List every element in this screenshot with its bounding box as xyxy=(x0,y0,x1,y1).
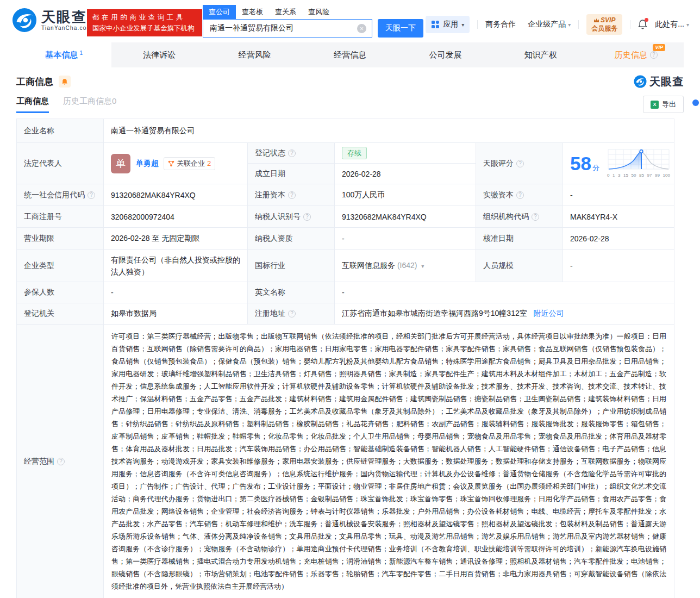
apps-menu[interactable]: 应用 ▾ xyxy=(426,16,470,33)
industry-label: 国标行业 xyxy=(248,250,335,282)
user-menu-label: 此处有... xyxy=(655,20,684,29)
grid-icon xyxy=(431,20,440,29)
status-badge: 存续 xyxy=(342,147,367,159)
approval-date-value: 2026-02-28 xyxy=(563,228,674,250)
tab-legal-label: 法律诉讼 xyxy=(143,50,176,60)
tianyancha-logo[interactable]: 天眼查 TianYanCha.com xyxy=(12,8,92,33)
help-icon[interactable]: ? xyxy=(288,310,296,317)
help-icon[interactable]: ? xyxy=(516,160,524,167)
promo-banner: 都在用的商业查询工具 国家中小企业发展子基金旗下机构 xyxy=(87,9,202,36)
nearby-companies-link[interactable]: 附近公司 xyxy=(534,309,564,317)
divider xyxy=(630,20,630,29)
logo-domain: TianYanCha.com xyxy=(41,25,92,31)
export-button[interactable]: X 导出 xyxy=(643,96,684,113)
chevron-down-icon: ▾ xyxy=(568,22,571,28)
cooperation-label: 商务合作 xyxy=(485,20,516,29)
main-content: 工商信息 天眼查 工商信息 历史工商信息0 X 导出 xyxy=(16,74,684,598)
reg-address-label: 注册地址? xyxy=(248,303,335,325)
section-title: 工商信息 xyxy=(16,76,53,88)
subtab-history-business-info[interactable]: 历史工商信息0 xyxy=(63,96,116,111)
promo-line2: 国家中小企业发展子基金旗下机构 xyxy=(92,23,197,34)
svip-service-label: 会员服务 xyxy=(591,24,617,33)
excel-icon: X xyxy=(651,101,659,109)
search-tab-relation[interactable]: 查关系 xyxy=(269,5,302,19)
taxpayer-id-label: 纳税人识别号? xyxy=(248,206,335,228)
reg-status-label: 登记状态? xyxy=(248,143,335,164)
tianyancha-logo-icon xyxy=(634,75,647,88)
credit-code-label: 统一社会信用代码? xyxy=(17,184,104,206)
chevron-down-icon: ▾ xyxy=(461,22,464,28)
subscribe-bell-button[interactable] xyxy=(59,76,71,88)
search-tab-risk[interactable]: 查风险 xyxy=(302,5,335,19)
search-input[interactable] xyxy=(203,20,372,37)
insured-value: - xyxy=(104,282,248,303)
svip-member-badge[interactable]: SVIP 会员服务 xyxy=(586,14,622,35)
biz-scope-label-text: 经营范围 xyxy=(24,457,54,466)
reg-address-text: 江苏省南通市如皋市城南街道幸福河西路9号10幢312室 xyxy=(342,309,527,317)
help-icon[interactable]: ? xyxy=(303,213,311,221)
score-curve-chart: 01 315 5085 9799 100 xyxy=(607,149,670,178)
apps-label: 应用 xyxy=(443,20,458,29)
biz-scope-label: 经营范围? xyxy=(17,325,104,598)
company-name-label: 企业名称 xyxy=(17,119,104,143)
tab-operating-info[interactable]: 经营信息 xyxy=(302,42,397,67)
legal-rep-avatar[interactable]: 单 xyxy=(111,154,130,173)
promo-line1: 都在用的商业查询工具 xyxy=(92,12,199,23)
tab-basic-info[interactable]: 基本信息 1 xyxy=(16,42,111,67)
table-row: 营业期限 2026-02-28 至 无固定期限 纳税人资质 - 核准日期 202… xyxy=(17,228,674,250)
tab-legal-proceedings[interactable]: 法律诉讼 xyxy=(111,42,207,67)
help-icon[interactable]: ? xyxy=(516,191,524,199)
notification-dot xyxy=(645,18,648,22)
tab-intellectual-property[interactable]: 知识产权 xyxy=(493,42,588,67)
chevron-down-icon: ▾ xyxy=(421,263,424,269)
help-icon[interactable]: ? xyxy=(88,191,95,199)
score-cell: 58 分 xyxy=(563,143,674,184)
enterprise-label: 企业级产品 xyxy=(528,20,566,29)
industry-value[interactable]: 互联网信息服务 (I642) ▾ xyxy=(335,250,476,282)
help-icon[interactable]: ? xyxy=(288,191,296,199)
notification-bell[interactable] xyxy=(638,20,647,29)
help-icon[interactable]: ? xyxy=(288,149,296,157)
subtab-business-info[interactable]: 工商信息 xyxy=(16,96,49,113)
tab-ip-label: 知识产权 xyxy=(524,50,557,60)
reg-no-value: 320682000972404 xyxy=(104,206,248,228)
tab-operating-risk[interactable]: 经营风险 xyxy=(207,42,302,67)
related-companies-badge[interactable]: 关联企业 2 xyxy=(164,157,215,170)
help-icon[interactable]: ? xyxy=(650,51,658,59)
legal-rep-name-link[interactable]: 单勇超 xyxy=(136,159,159,169)
score-unit: 分 xyxy=(592,163,599,173)
user-menu[interactable]: 此处有... ▾ xyxy=(655,20,689,29)
table-row: 登记机关 如皋市数据局 注册地址? 江苏省南通市如皋市城南街道幸福河西路9号10… xyxy=(17,303,674,325)
logo-title: 天眼查 xyxy=(41,9,92,24)
company-type-value: 有限责任公司（非自然人投资或控股的法人独资） xyxy=(104,250,248,282)
biz-term-value: 2026-02-28 至 无固定期限 xyxy=(104,228,248,250)
chevron-down-icon: ▾ xyxy=(686,22,689,28)
org-code-value: MAK84YR4-X xyxy=(563,206,674,228)
help-icon[interactable]: ? xyxy=(532,213,539,221)
tab-basic-count: 1 xyxy=(79,49,83,56)
company-type-label: 企业类型 xyxy=(17,250,104,282)
related-count: 2 xyxy=(207,159,211,167)
reg-capital-value: 100万人民币 xyxy=(335,184,476,206)
clear-icon[interactable]: × xyxy=(357,24,366,33)
tab-development-label: 公司发展 xyxy=(429,50,461,60)
search-box: × xyxy=(203,19,372,38)
search-tab-boss[interactable]: 查老板 xyxy=(236,5,269,19)
industry-name: 互联网信息服务 xyxy=(342,261,395,270)
help-icon[interactable]: ? xyxy=(57,458,65,465)
staff-size-value: - xyxy=(563,250,674,282)
tab-history-info[interactable]: VIP 历史信息 ? xyxy=(589,42,684,67)
reg-authority-label: 登记机关 xyxy=(17,303,104,325)
bell-icon xyxy=(61,78,68,85)
floating-widget-dot[interactable] xyxy=(692,99,699,106)
est-date-label: 成立日期 xyxy=(248,164,335,184)
search-tab-company[interactable]: 查公司 xyxy=(203,5,236,19)
search-button[interactable]: 天眼一下 xyxy=(378,19,423,38)
table-row: 企业类型 有限责任公司（非自然人投资或控股的法人独资） 国标行业 互联网信息服务… xyxy=(17,250,674,282)
table-row: 统一社会信用代码? 91320682MAK84YR4XQ 注册资本? 100万人… xyxy=(17,184,674,206)
business-cooperation-link[interactable]: 商务合作 xyxy=(485,20,516,29)
business-info-table: 企业名称 南通一补通贸易有限公司 法定代表人 单 单勇超 关联企业 2 xyxy=(16,119,674,598)
tab-company-development[interactable]: 公司发展 xyxy=(398,42,493,67)
enterprise-products-link[interactable]: 企业级产品 ▾ xyxy=(528,20,571,29)
search-tabs: 查公司 查老板 查关系 查风险 xyxy=(203,5,423,19)
